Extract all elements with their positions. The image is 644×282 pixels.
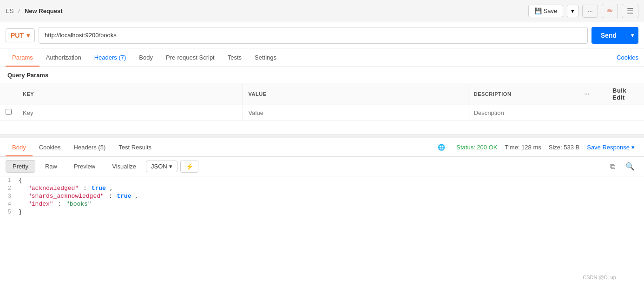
- json-comma-2: ,: [110, 185, 113, 192]
- status-size-text: Size: 533 B: [549, 144, 580, 151]
- tab-params[interactable]: Params: [6, 49, 39, 67]
- line-num-1: 1: [0, 177, 19, 184]
- response-tab-headers[interactable]: Headers (5): [67, 139, 112, 156]
- query-params-section: Query Params KEY VALUE DESCRIPTION ··· B…: [0, 67, 644, 121]
- preview-button[interactable]: Preview: [67, 160, 102, 173]
- response-tab-test-results[interactable]: Test Results: [112, 139, 158, 156]
- url-input[interactable]: [39, 27, 588, 44]
- status-ok-text: Status: 200 OK: [456, 144, 497, 151]
- checkbox-col-header: [0, 83, 17, 105]
- json-value-index: "books": [66, 201, 92, 208]
- section-divider: [0, 134, 644, 138]
- save-label: Save: [544, 7, 558, 14]
- tab-headers[interactable]: Headers (7): [88, 49, 133, 67]
- more-options-button[interactable]: ···: [582, 5, 598, 18]
- save-response-chevron-icon: ▾: [631, 144, 635, 151]
- save-response-label: Save Response: [587, 144, 630, 151]
- comment-icon-button[interactable]: ☰: [622, 4, 638, 18]
- json-colon-4: :: [58, 201, 61, 208]
- edit-icon: ✏: [607, 7, 613, 15]
- response-tab-body[interactable]: Body: [6, 139, 33, 156]
- send-button[interactable]: Send ▾: [591, 27, 638, 44]
- line-num-4: 4: [0, 201, 19, 208]
- send-chevron-icon: ▾: [626, 32, 638, 39]
- more-col-header: ···: [579, 83, 607, 105]
- request-tabs: Params Authorization Headers (7) Body Pr…: [6, 49, 283, 66]
- query-params-title: Query Params: [0, 67, 644, 83]
- filter-icon: ⚡: [185, 163, 193, 170]
- response-tab-cookies[interactable]: Cookies: [33, 139, 67, 156]
- row-checkbox[interactable]: [6, 109, 12, 115]
- key-col-header: KEY: [17, 83, 243, 105]
- save-icon: 💾: [534, 7, 542, 14]
- json-line-5: 5 }: [0, 208, 644, 216]
- request-tabs-bar: Params Authorization Headers (7) Body Pr…: [0, 48, 644, 67]
- tab-pre-request-script[interactable]: Pre-request Script: [159, 49, 221, 67]
- json-key-shards: "shards_acknowledged": [28, 193, 104, 200]
- copy-icon: ⧉: [610, 162, 615, 170]
- json-line-4: 4 "index" : "books": [0, 200, 644, 208]
- bulk-edit-button[interactable]: Bulk Edit: [612, 87, 626, 101]
- filter-button[interactable]: ⚡: [180, 161, 198, 173]
- tab-tests[interactable]: Tests: [221, 49, 248, 67]
- value-col-header: VALUE: [243, 83, 468, 105]
- line-num-3: 3: [0, 193, 19, 200]
- breadcrumb-area: ES / New Request: [6, 7, 63, 14]
- cookies-link[interactable]: Cookies: [617, 54, 638, 61]
- row-checkbox-cell: [0, 105, 17, 121]
- url-bar: PUT ▾ Send ▾: [0, 22, 644, 48]
- method-dropdown[interactable]: PUT ▾: [6, 28, 35, 42]
- desc-col-header: DESCRIPTION: [468, 83, 579, 105]
- json-line-3: 3 "shards_acknowledged" : true ,: [0, 192, 644, 200]
- desc-cell: [468, 105, 579, 121]
- line-num-2: 2: [0, 185, 19, 192]
- value-cell: [243, 105, 468, 121]
- method-chevron-icon: ▾: [26, 32, 30, 39]
- row-more-cell: [579, 105, 607, 121]
- format-dropdown[interactable]: JSON ▾: [146, 161, 177, 172]
- json-value-shards: true: [117, 193, 131, 200]
- format-label: JSON: [151, 163, 167, 170]
- json-value-acknowledged: true: [92, 185, 106, 192]
- params-table: KEY VALUE DESCRIPTION ··· Bulk Edit: [0, 83, 644, 121]
- json-body: 1 { 2 "acknowledged" : true , 3 "shards_…: [0, 176, 644, 216]
- format-chevron-icon: ▾: [169, 163, 172, 170]
- save-button[interactable]: 💾 Save: [528, 5, 564, 17]
- json-comma-3: ,: [135, 193, 138, 200]
- json-brace-close: }: [19, 208, 22, 215]
- json-colon-3: :: [109, 193, 112, 200]
- copy-button[interactable]: ⧉: [606, 161, 619, 173]
- top-bar-actions: 💾 Save ▾ ··· ✏ ☰: [528, 4, 638, 18]
- method-label: PUT: [11, 32, 24, 39]
- bulk-edit-header: Bulk Edit: [607, 83, 644, 105]
- status-time-text: Time: 128 ms: [505, 144, 541, 151]
- table-row: [0, 105, 644, 121]
- desc-input[interactable]: [474, 109, 573, 116]
- format-bar: Pretty Raw Preview Visualize JSON ▾ ⚡ ⧉ …: [0, 157, 644, 176]
- breadcrumb-prefix: ES: [6, 7, 13, 14]
- search-button[interactable]: 🔍: [622, 160, 638, 173]
- json-line-1: 1 {: [0, 176, 644, 184]
- json-colon-2: :: [83, 185, 87, 192]
- params-more-icon[interactable]: ···: [585, 91, 590, 97]
- edit-icon-button[interactable]: ✏: [602, 4, 618, 18]
- key-cell: [17, 105, 243, 121]
- value-input[interactable]: [249, 109, 462, 116]
- pretty-button[interactable]: Pretty: [6, 160, 35, 173]
- json-key-acknowledged: "acknowledged": [28, 185, 79, 192]
- tab-body[interactable]: Body: [132, 49, 159, 67]
- tab-settings[interactable]: Settings: [248, 49, 283, 67]
- json-key-index: "index": [28, 201, 53, 208]
- response-tabs-bar: Body Cookies Headers (5) Test Results 🌐 …: [0, 138, 644, 157]
- raw-button[interactable]: Raw: [38, 160, 64, 173]
- comment-icon: ☰: [627, 7, 633, 15]
- key-input[interactable]: [23, 109, 237, 116]
- save-dropdown-button[interactable]: ▾: [567, 5, 578, 17]
- tab-authorization[interactable]: Authorization: [39, 49, 88, 67]
- search-icon: 🔍: [625, 162, 635, 170]
- visualize-button[interactable]: Visualize: [105, 160, 143, 173]
- save-response-button[interactable]: Save Response ▾: [587, 144, 635, 151]
- top-bar: ES / New Request 💾 Save ▾ ··· ✏ ☰: [0, 0, 644, 22]
- json-line-2: 2 "acknowledged" : true ,: [0, 184, 644, 192]
- send-label: Send: [591, 32, 626, 39]
